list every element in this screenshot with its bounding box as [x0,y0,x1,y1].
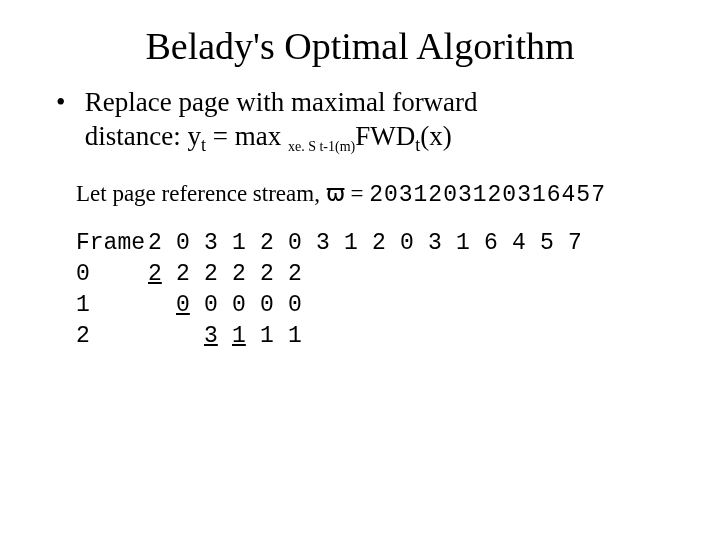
table-header-cell: 1 [232,228,260,259]
table-cell: 0 [288,290,316,321]
table-cell: 0 [176,290,204,321]
table-header-cell: 1 [456,228,484,259]
table-cell: 0 [260,290,288,321]
table-header-cell: 1 [344,228,372,259]
table-header-cell: 0 [288,228,316,259]
table-row: 0222222 [76,259,720,290]
bullet-text: Replace page with maximal forward distan… [85,86,665,154]
table-cell: 3 [204,321,232,352]
bullet-item: • Replace page with maximal forward dist… [56,86,680,154]
table-cell: 2 [204,259,232,290]
bullet-line2d: (x) [420,121,451,151]
table-header-cell: 4 [512,228,540,259]
table-cell: 1 [232,321,260,352]
table-header-cell: 3 [204,228,232,259]
table-cell: 0 [204,290,232,321]
table-header-cell: 2 [148,228,176,259]
reference-stream-line: Let page reference stream, ϖ = 203120312… [76,180,720,208]
slide-title: Belady's Optimal Algorithm [0,24,720,68]
frame-table: Frame2031203120316457 022222210000023111 [76,228,720,352]
bullet-marker: • [56,86,78,120]
table-header-row: Frame2031203120316457 [76,228,720,259]
subscript-xs: xe. S t-1(m) [288,139,355,154]
stream-value: 2031203120316457 [369,182,606,208]
table-cell: 2 [176,259,204,290]
table-cell: 2 [288,259,316,290]
table-cell: 1 [260,321,288,352]
table-cell: 2 [232,259,260,290]
bullet-line2b: = max [206,121,288,151]
table-row-label: 0 [76,259,148,290]
table-header-cell: 0 [400,228,428,259]
stream-eq: = [345,181,369,206]
table-header-cell: 2 [372,228,400,259]
table-cell: 0 [232,290,260,321]
bullet-line1: Replace page with maximal forward [85,87,478,117]
table-header-cell: 6 [484,228,512,259]
table-header-label: Frame [76,228,148,259]
table-cell: 2 [148,259,176,290]
table-row: 100000 [76,290,720,321]
omega-symbol: ϖ [326,181,345,206]
table-header-cell: 2 [260,228,288,259]
bullet-line2c: FWD [355,121,415,151]
table-header-cell: 7 [568,228,596,259]
table-header-cell: 3 [316,228,344,259]
table-row-label: 1 [76,290,148,321]
table-header-cell: 0 [176,228,204,259]
stream-label: Let page reference stream, [76,181,326,206]
table-header-cell: 3 [428,228,456,259]
table-cell: 2 [260,259,288,290]
table-row-label: 2 [76,321,148,352]
table-header-cell: 5 [540,228,568,259]
table-cell: 1 [288,321,316,352]
table-row: 23111 [76,321,720,352]
bullet-line2a: distance: y [85,121,201,151]
